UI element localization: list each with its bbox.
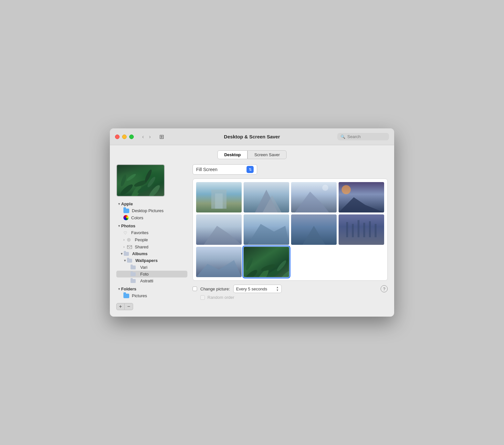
traffic-lights (115, 135, 134, 139)
svg-rect-33 (369, 221, 371, 237)
tab-screen-saver[interactable]: Screen Saver (247, 150, 287, 159)
photo-thumb-7[interactable] (291, 214, 337, 245)
sidebar-label-photos: Photos (121, 223, 135, 228)
random-order-label: Random order (207, 295, 234, 300)
tab-bar: Desktop Screen Saver (116, 150, 388, 159)
preview-area (116, 164, 187, 197)
maximize-button[interactable] (129, 135, 134, 139)
sidebar: ▾ Apple Desktop Pictures Colors (116, 164, 187, 310)
sidebar-item-label: Colors (131, 215, 143, 220)
folder-sm-astratti-icon (131, 279, 136, 283)
preview-svg (117, 165, 164, 196)
folder-sm-wallpapers-icon (127, 259, 132, 263)
photo-1-svg (196, 182, 242, 212)
sidebar-item-astratti[interactable]: Astratti (116, 277, 187, 284)
color-ball-icon (123, 215, 129, 220)
photo-7-svg (291, 214, 337, 245)
sidebar-group-photos[interactable]: ▾ Photos (116, 222, 187, 229)
back-button[interactable]: ‹ (140, 133, 146, 140)
sidebar-item-foto[interactable]: Foto (116, 271, 187, 277)
interval-select[interactable]: Every 5 seconds ▲ ▼ (233, 285, 282, 293)
search-icon: 🔍 (341, 135, 345, 139)
chevron-photos-icon: ▾ (118, 224, 120, 228)
sidebar-item-people[interactable]: › ◎ People (116, 236, 187, 243)
main-window: ‹ › ⊞ Desktop & Screen Saver 🔍 Desktop S… (110, 128, 394, 317)
sidebar-item-vari[interactable]: Vari (116, 264, 187, 271)
sidebar-label-folders: Folders (121, 287, 136, 291)
fill-screen-label: Fill Screen (196, 167, 217, 172)
sidebar-section-apple: ▾ Apple Desktop Pictures Colors (116, 201, 187, 221)
sidebar-group-folders[interactable]: ▾ Folders (116, 286, 187, 292)
svg-point-7 (126, 173, 137, 182)
folder-blue-pictures-icon (123, 294, 129, 298)
sidebar-item-favorites[interactable]: ♡ Favorites (116, 229, 187, 236)
window-title: Desktop & Screen Saver (171, 134, 333, 139)
sidebar-item-label: Desktop Pictures (132, 208, 163, 213)
random-order-checkbox[interactable] (200, 295, 205, 300)
interval-arrows-icon: ▲ ▼ (276, 286, 279, 292)
photo-6-svg (244, 214, 289, 245)
photo-4-svg (339, 182, 384, 212)
sidebar-section-folders: ▾ Folders Pictures (116, 286, 187, 299)
fill-screen-select[interactable]: Fill Screen ⇅ (193, 164, 257, 175)
photo-thumb-1[interactable] (196, 182, 242, 212)
chevron-albums-icon: ▾ (121, 252, 122, 255)
photo-grid (193, 179, 388, 281)
svg-rect-31 (358, 220, 360, 237)
tab-desktop[interactable]: Desktop (217, 150, 247, 159)
svg-rect-29 (346, 222, 348, 237)
svg-rect-32 (363, 223, 365, 237)
sidebar-item-desktop-pictures[interactable]: Desktop Pictures (116, 207, 187, 214)
sidebar-add-remove: + − (116, 303, 187, 310)
minimize-button[interactable] (122, 135, 127, 139)
forward-button[interactable]: › (147, 133, 152, 140)
svg-rect-9 (127, 245, 132, 249)
sidebar-group-albums[interactable]: ▾ Albums (116, 250, 187, 257)
photo-thumb-9[interactable] (196, 247, 242, 277)
photo-thumb-3[interactable] (291, 182, 337, 212)
sidebar-item-pictures[interactable]: Pictures (116, 292, 187, 299)
sidebar-group-apple[interactable]: ▾ Apple (116, 201, 187, 207)
sidebar-item-label: People (135, 237, 148, 242)
svg-point-21 (341, 185, 351, 194)
sidebar-label-albums: Albums (132, 251, 148, 256)
remove-button[interactable]: − (125, 303, 133, 310)
chevron-people-icon: › (123, 238, 124, 242)
photo-10-svg (244, 247, 289, 277)
change-picture-row: Change picture: Every 5 seconds ▲ ▼ ? (193, 285, 388, 293)
photo-thumb-10[interactable] (244, 247, 289, 277)
sidebar-item-label: Foto (140, 272, 149, 277)
chevron-shared-icon: › (123, 245, 124, 249)
random-row: Random order (193, 295, 388, 300)
svg-rect-28 (339, 214, 384, 245)
photo-thumb-8[interactable] (339, 214, 384, 245)
sidebar-item-label-apple: Apple (121, 201, 133, 206)
sidebar-item-label: Astratti (140, 278, 153, 283)
folder-sm-vari-icon (131, 266, 136, 269)
change-picture-checkbox[interactable] (193, 287, 197, 291)
photo-8-svg (339, 214, 384, 245)
photo-2-svg (244, 182, 289, 212)
photo-thumb-4[interactable] (339, 182, 384, 212)
photo-thumb-6[interactable] (244, 214, 289, 245)
content-area: Desktop Screen Saver (110, 145, 394, 317)
add-button[interactable]: + (116, 303, 125, 310)
interval-value: Every 5 seconds (236, 287, 267, 291)
sidebar-item-colors[interactable]: Colors (116, 214, 187, 221)
photo-thumb-5[interactable] (196, 214, 242, 245)
sidebar-item-label: Vari (140, 265, 147, 270)
photo-thumb-2[interactable] (244, 182, 289, 212)
help-button[interactable]: ? (381, 285, 388, 292)
close-button[interactable] (115, 135, 120, 139)
sidebar-group-wallpapers[interactable]: ▾ Wallpapers (116, 257, 187, 264)
heart-icon: ♡ (123, 231, 129, 235)
chevron-folders-icon: ▾ (118, 287, 120, 291)
sidebar-item-shared[interactable]: › Shared (116, 243, 187, 250)
svg-point-18 (322, 185, 328, 191)
search-box[interactable]: 🔍 (337, 133, 389, 140)
grid-button[interactable]: ⊞ (157, 133, 167, 141)
change-picture-label: Change picture: (200, 287, 230, 291)
photo-3-svg (291, 182, 337, 212)
search-input[interactable] (347, 134, 386, 139)
nav-buttons: ‹ › (140, 133, 153, 140)
